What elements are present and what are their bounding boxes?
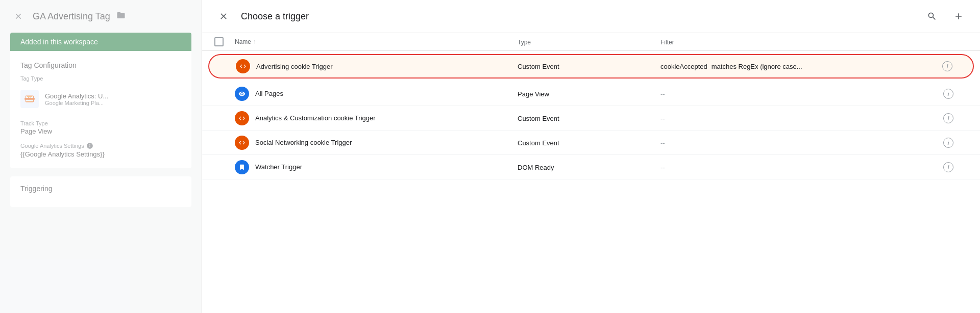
modal-header-left: Choose a trigger [214, 7, 309, 25]
table-row[interactable]: Social Networking cookie Trigger Custom … [202, 131, 980, 155]
row2-name: All Pages [255, 90, 518, 97]
sort-icon[interactable]: ↑ [253, 38, 256, 45]
row1-name-cell: Advertising cookie Trigger [236, 59, 518, 73]
table-row[interactable]: Advertising cookie Trigger Custom Event … [208, 54, 974, 79]
row1-name: Advertising cookie Trigger [256, 63, 518, 70]
modal-header-right [923, 7, 968, 25]
row2-info[interactable]: i [943, 89, 968, 99]
row-wrapper-1: Advertising cookie Trigger Custom Event … [202, 51, 980, 82]
modal-header: Choose a trigger [202, 0, 980, 33]
header-filter-col: Filter [660, 37, 943, 46]
trigger-icon-blue-2 [235, 160, 249, 174]
row2-type: Page View [518, 89, 660, 98]
modal-panel: Choose a trigger Name ↑ [202, 0, 980, 313]
row3-name-cell: Analytics & Customization cookie Trigger [235, 111, 518, 125]
info-icon-4[interactable]: i [943, 138, 953, 148]
info-icon-2[interactable]: i [943, 89, 953, 99]
search-button[interactable] [923, 7, 941, 25]
header-filter-label: Filter [660, 39, 674, 46]
header-type-label: Type [518, 39, 531, 46]
header-checkbox[interactable] [214, 37, 224, 46]
trigger-icon-orange-3 [235, 136, 249, 150]
row2-filter: -- [660, 89, 943, 98]
modal-title: Choose a trigger [241, 11, 309, 22]
row3-filter: -- [660, 114, 943, 123]
row4-info[interactable]: i [943, 138, 968, 148]
row5-filter: -- [660, 163, 943, 172]
row3-name: Analytics & Customization cookie Trigger [255, 114, 518, 122]
header-type-col: Type [518, 37, 660, 46]
row3-info[interactable]: i [943, 113, 968, 123]
info-icon-1[interactable]: i [942, 61, 952, 71]
row4-name: Social Networking cookie Trigger [255, 139, 518, 146]
header-checkbox-col [214, 37, 235, 46]
trigger-icon-orange-2 [235, 111, 249, 125]
table-row[interactable]: Watcher Trigger DOM Ready -- i [202, 155, 980, 179]
modal-close-button[interactable] [214, 7, 233, 25]
table-header: Name ↑ Type Filter [202, 33, 980, 51]
left-panel: GA Advertising Tag Added in this workspa… [0, 0, 202, 313]
info-icon-3[interactable]: i [943, 113, 953, 123]
row1-type: Custom Event [518, 62, 660, 71]
trigger-icon-orange [236, 59, 250, 73]
row5-name: Watcher Trigger [255, 163, 518, 171]
row2-name-cell: All Pages [235, 87, 518, 101]
row1-info[interactable]: i [942, 61, 967, 71]
row4-type: Custom Event [518, 138, 660, 147]
row4-filter: -- [660, 138, 943, 147]
header-name-label: Name [235, 38, 251, 45]
row5-info[interactable]: i [943, 162, 968, 172]
row3-type: Custom Event [518, 114, 660, 123]
dim-overlay [0, 0, 202, 313]
row4-name-cell: Social Networking cookie Trigger [235, 136, 518, 150]
info-icon-5[interactable]: i [943, 162, 953, 172]
row5-name-cell: Watcher Trigger [235, 160, 518, 174]
add-trigger-button[interactable] [949, 7, 968, 25]
trigger-table: Name ↑ Type Filter A [202, 33, 980, 313]
row5-type: DOM Ready [518, 163, 660, 172]
table-row[interactable]: Analytics & Customization cookie Trigger… [202, 106, 980, 131]
table-row[interactable]: All Pages Page View -- i [202, 82, 980, 106]
header-name-col: Name ↑ [235, 38, 518, 45]
trigger-icon-blue [235, 87, 249, 101]
row1-filter: cookieAccepted matches RegEx (ignore cas… [660, 63, 942, 70]
